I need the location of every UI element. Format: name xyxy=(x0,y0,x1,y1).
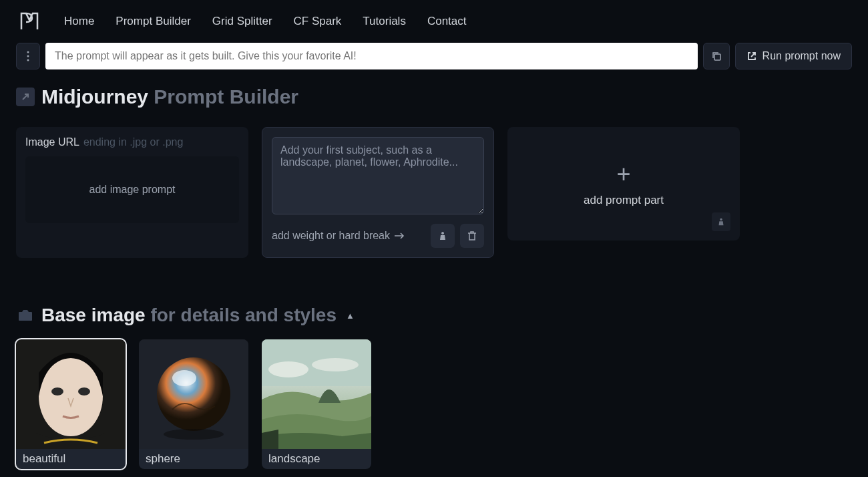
image-url-card: Image URL ending in .jpg or .png add ima… xyxy=(16,127,248,258)
thumb-label: landscape xyxy=(262,449,371,469)
arrow-right-icon xyxy=(394,232,405,240)
logo[interactable] xyxy=(16,8,43,35)
page-title-main: Midjourney xyxy=(41,86,148,108)
thumb-landscape[interactable]: landscape xyxy=(262,339,371,469)
subject-textarea[interactable] xyxy=(272,137,484,214)
prompt-bar: Run prompt now xyxy=(0,43,868,69)
svg-point-14 xyxy=(312,358,359,371)
svg-point-11 xyxy=(164,429,224,440)
nav-home[interactable]: Home xyxy=(64,15,94,28)
thumb-label: sphere xyxy=(139,449,248,469)
page-title-sub: Prompt Builder xyxy=(154,86,298,108)
weight-icon-button[interactable] xyxy=(431,224,455,248)
trash-icon xyxy=(467,230,477,241)
thumb-beautiful[interactable]: beautiful xyxy=(16,339,126,469)
thumb-label: beautiful xyxy=(16,449,126,469)
image-url-label: Image URL xyxy=(25,136,79,148)
caret-up-icon[interactable]: ▲ xyxy=(346,311,355,321)
run-prompt-button[interactable]: Run prompt now xyxy=(735,43,852,69)
add-prompt-part-label: add prompt part xyxy=(584,194,664,207)
expand-icon[interactable] xyxy=(16,88,35,106)
nav-cf-spark[interactable]: CF Spark xyxy=(294,15,342,28)
svg-rect-3 xyxy=(714,54,720,60)
thumb-sphere[interactable]: sphere xyxy=(139,339,248,469)
camera-icon xyxy=(16,306,35,325)
nav-grid-splitter[interactable]: Grid Splitter xyxy=(212,15,272,28)
main-nav: Home Prompt Builder Grid Splitter CF Spa… xyxy=(0,0,868,43)
delete-button[interactable] xyxy=(460,224,484,248)
svg-point-2 xyxy=(27,59,29,61)
page-title: Midjourney Prompt Builder xyxy=(16,86,852,108)
copy-button[interactable] xyxy=(703,43,730,69)
svg-point-1 xyxy=(27,55,29,57)
external-link-icon xyxy=(746,51,757,61)
prompt-output-input[interactable] xyxy=(45,43,698,69)
add-prompt-part-card[interactable]: + add prompt part xyxy=(507,127,740,241)
weight-icon xyxy=(437,230,448,241)
copy-icon xyxy=(711,51,722,61)
weight-icon-small xyxy=(712,212,730,231)
subject-card: add weight or hard break xyxy=(262,127,494,258)
nav-prompt-builder[interactable]: Prompt Builder xyxy=(116,15,190,28)
dots-vertical-icon xyxy=(23,51,33,61)
svg-point-0 xyxy=(27,51,29,53)
prompt-cards: Image URL ending in .jpg or .png add ima… xyxy=(16,127,852,258)
add-weight-link[interactable]: add weight or hard break xyxy=(272,230,425,242)
run-prompt-label: Run prompt now xyxy=(763,50,841,62)
svg-point-9 xyxy=(157,357,230,431)
base-image-section-title: Base image for details and styles ▲ xyxy=(16,305,852,326)
nav-tutorials[interactable]: Tutorials xyxy=(363,15,406,28)
base-image-title-muted: for details and styles xyxy=(150,305,337,325)
nav-contact[interactable]: Contact xyxy=(427,15,467,28)
image-url-hint: ending in .jpg or .png xyxy=(83,136,183,148)
base-image-title-bold: Base image xyxy=(41,305,146,325)
svg-point-7 xyxy=(78,387,90,395)
base-image-thumbs: beautiful sphere xyxy=(16,339,852,469)
svg-point-13 xyxy=(268,361,308,377)
svg-point-10 xyxy=(172,370,196,386)
prompt-menu-button[interactable] xyxy=(16,43,40,69)
add-image-prompt-button[interactable]: add image prompt xyxy=(25,156,239,223)
plus-icon: + xyxy=(616,160,630,188)
svg-point-6 xyxy=(51,387,63,395)
